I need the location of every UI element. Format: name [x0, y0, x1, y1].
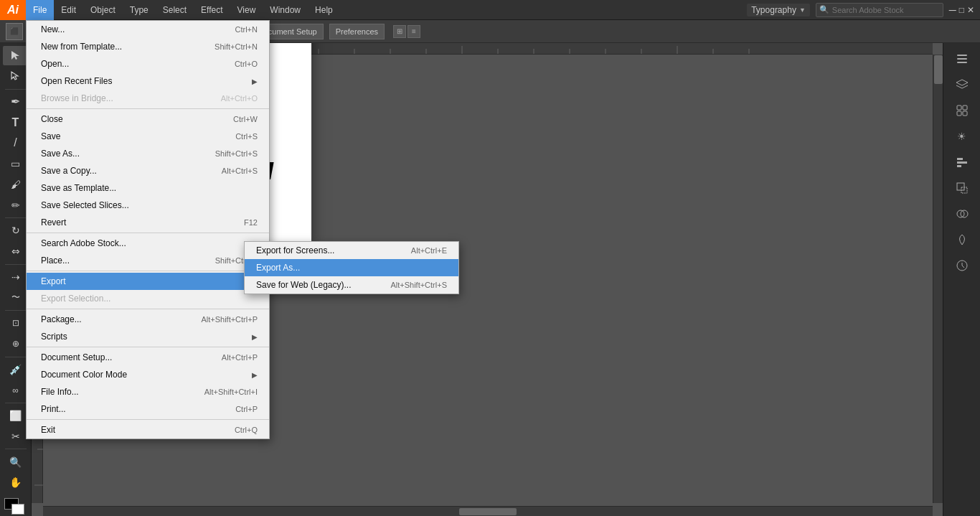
svg-rect-39	[957, 158, 963, 160]
horizontal-scrollbar[interactable]	[43, 506, 933, 516]
menu-select[interactable]: Select	[156, 0, 194, 20]
menu-browse-bridge: Browse in Bridge...Alt+Ctrl+O	[27, 90, 269, 107]
menu-export[interactable]: Export▶	[27, 273, 269, 290]
menu-effect[interactable]: Effect	[194, 0, 230, 20]
layers-panel-btn[interactable]	[948, 72, 976, 98]
menu-new[interactable]: New...Ctrl+N	[27, 21, 269, 38]
separator-2	[27, 233, 269, 233]
tool-separator-7	[5, 449, 27, 449]
maximize-btn[interactable]: □	[959, 5, 964, 15]
menu-open-recent[interactable]: Open Recent Files▶	[27, 72, 269, 90]
preferences-btn[interactable]: Preferences	[329, 24, 385, 39]
menu-save-slices[interactable]: Save Selected Slices...	[27, 197, 269, 214]
svg-rect-36	[963, 105, 967, 110]
blend-tool-btn[interactable]: ∞	[3, 380, 29, 400]
menu-save-copy[interactable]: Save a Copy...Alt+Ctrl+S	[27, 162, 269, 179]
ai-logo: Ai	[0, 0, 26, 20]
artboard-btn[interactable]: ⬜	[3, 406, 29, 426]
menu-document-setup[interactable]: Document Setup...Alt+Ctrl+P	[27, 349, 269, 366]
menu-place[interactable]: Place...Shift+Ctrl+P	[27, 252, 269, 269]
menu-scripts[interactable]: Scripts▶	[27, 328, 269, 345]
workspace-label: Typography	[751, 5, 796, 15]
paintbrush-tool-btn[interactable]: 🖌	[3, 175, 29, 194]
svg-rect-42	[957, 183, 964, 190]
pencil-tool-btn[interactable]: ✏	[3, 195, 29, 215]
search-stock-input[interactable]	[832, 6, 940, 14]
menu-save[interactable]: SaveCtrl+S	[27, 128, 269, 145]
rect-tool-btn[interactable]: ▭	[3, 154, 29, 174]
menu-file-info[interactable]: File Info...Alt+Shift+Ctrl+I	[27, 383, 269, 400]
menu-object[interactable]: Object	[83, 0, 123, 20]
zoom-btn[interactable]: 🔍	[3, 452, 29, 472]
rotate-tool-btn[interactable]: ↻	[3, 221, 29, 240]
menu-revert[interactable]: RevertF12	[27, 214, 269, 231]
arrange-icon[interactable]: ⊞	[393, 25, 406, 38]
menu-file[interactable]: File	[26, 0, 54, 20]
minimize-btn[interactable]: ─	[949, 4, 956, 16]
align-icon[interactable]: ≡	[407, 25, 420, 38]
sun-icon[interactable]: ☀	[948, 123, 976, 149]
menu-package[interactable]: Package...Alt+Shift+Ctrl+P	[27, 311, 269, 328]
separator-4	[27, 309, 269, 309]
submenu-export-screens[interactable]: Export for Screens...Alt+Ctrl+E	[245, 242, 458, 259]
color-swatches	[4, 498, 27, 516]
libraries-panel-btn[interactable]	[948, 98, 976, 123]
separator-5	[27, 347, 269, 347]
menu-help[interactable]: Help	[308, 0, 340, 20]
history-panel-btn[interactable]	[948, 253, 976, 278]
menu-save-as[interactable]: Save As...Shift+Ctrl+S	[27, 145, 269, 162]
select-tool-btn[interactable]	[3, 46, 29, 65]
tool-icon[interactable]: ⬛	[6, 23, 23, 40]
close-btn[interactable]: ✕	[967, 5, 974, 15]
vertical-scrollbar[interactable]	[933, 55, 943, 503]
svg-rect-34	[957, 62, 967, 63]
menu-window[interactable]: Window	[263, 0, 308, 20]
menu-doc-color-mode[interactable]: Document Color Mode▶	[27, 366, 269, 383]
cc-libraries-btn[interactable]	[948, 227, 976, 253]
menu-save-template[interactable]: Save as Template...	[27, 179, 269, 197]
transform-panel-btn[interactable]	[948, 175, 976, 201]
pen-tool-btn[interactable]: ✒	[3, 92, 29, 111]
submenu-export-as[interactable]: Export As...	[245, 259, 458, 276]
eyedropper-btn[interactable]: 💉	[3, 360, 29, 379]
export-submenu: Export for Screens...Alt+Ctrl+E Export A…	[244, 241, 459, 294]
tool-separator-1	[5, 89, 27, 90]
vertical-scrollbar-thumb[interactable]	[934, 55, 943, 84]
separator-3	[27, 271, 269, 271]
menu-close[interactable]: CloseCtrl+W	[27, 111, 269, 128]
right-panel: ☀	[943, 43, 980, 516]
separator-1	[27, 108, 269, 109]
properties-panel-btn[interactable]	[948, 46, 976, 72]
svg-rect-37	[957, 111, 961, 116]
menu-exit[interactable]: ExitCtrl+Q	[27, 421, 269, 438]
workspace-selector[interactable]: Typography ▼	[747, 4, 810, 17]
hand-btn[interactable]: ✋	[3, 473, 29, 492]
menu-search-stock[interactable]: Search Adobe Stock...	[27, 235, 269, 252]
horizontal-scrollbar-thumb[interactable]	[459, 508, 517, 515]
shape-builder-btn[interactable]: ⊕	[3, 334, 29, 354]
menu-view[interactable]: View	[230, 0, 263, 20]
menu-print[interactable]: Print...Ctrl+P	[27, 400, 269, 418]
warp-tool-btn[interactable]: 〜	[3, 288, 29, 307]
menu-new-from-template[interactable]: New from Template...Shift+Ctrl+N	[27, 38, 269, 55]
tool-separator-2	[5, 217, 27, 218]
width-tool-btn[interactable]: ⇢	[3, 267, 29, 286]
type-tool-btn[interactable]: T	[3, 113, 29, 132]
menu-export-selection: Export Selection...	[27, 290, 269, 307]
direct-select-tool-btn[interactable]	[3, 67, 29, 86]
free-transform-btn[interactable]: ⊡	[3, 314, 29, 333]
reflect-tool-btn[interactable]: ⇔	[3, 242, 29, 261]
workspace-chevron-icon: ▼	[799, 6, 806, 14]
submenu-save-web[interactable]: Save for Web (Legacy)...Alt+Shift+Ctrl+S	[245, 276, 458, 294]
menu-bar: Ai File Edit Object Type Select Effect V…	[0, 0, 980, 20]
svg-rect-41	[957, 165, 961, 167]
menu-open[interactable]: Open...Ctrl+O	[27, 55, 269, 72]
line-tool-btn[interactable]: /	[3, 133, 29, 153]
menu-edit[interactable]: Edit	[54, 0, 83, 20]
pathfinder-panel-btn[interactable]	[948, 201, 976, 227]
svg-rect-32	[957, 55, 967, 56]
stroke-swatch[interactable]	[11, 504, 24, 515]
slice-btn[interactable]: ✂	[3, 427, 29, 446]
menu-type[interactable]: Type	[123, 0, 156, 20]
align-panel-btn[interactable]	[948, 149, 976, 175]
